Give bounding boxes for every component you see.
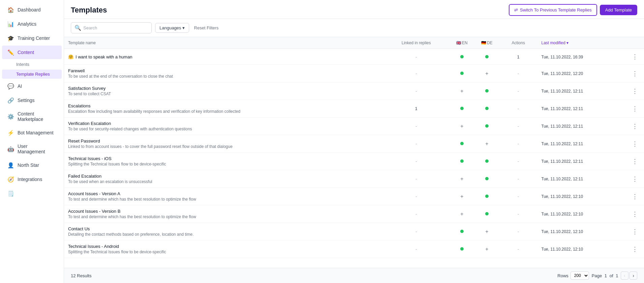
timestamp: Tue, 11.10.2022, 12:11	[541, 124, 583, 129]
de-plus[interactable]: +	[485, 229, 488, 234]
de-dot	[485, 55, 489, 58]
col-actions: Actions	[499, 37, 537, 49]
languages-button[interactable]: Languages ▾	[155, 23, 189, 33]
search-input[interactable]	[83, 25, 148, 30]
de-plus[interactable]: +	[485, 246, 488, 252]
linked-dash: -	[415, 229, 417, 234]
template-desc: To be used when an escalation is unsucce…	[68, 179, 379, 184]
page-of-label: of	[610, 273, 613, 278]
more-cell: ⋮	[626, 153, 644, 170]
timestamp-cell: Tue, 11.10.2022, 12:10	[537, 188, 626, 205]
table-header-row: Template name Linked in replies 🇬🇧 EN �	[64, 37, 644, 49]
template-desc: Linked to from account issues - to cover…	[68, 144, 379, 149]
en-cell: +	[449, 118, 474, 135]
actions-dash: -	[518, 124, 519, 129]
de-dot	[485, 107, 489, 110]
more-button[interactable]: ⋮	[630, 52, 640, 61]
en-plus[interactable]: +	[460, 194, 463, 199]
template-name-cell: EscalationsEscalation flow including tea…	[64, 100, 383, 118]
de-cell	[474, 205, 499, 223]
linked-dash: -	[415, 124, 417, 129]
en-plus[interactable]: +	[460, 123, 463, 129]
switch-template-button[interactable]: ⇄ Switch To Previous Template Replies	[509, 4, 597, 16]
en-plus[interactable]: +	[460, 88, 463, 94]
linked-cell: 1	[383, 100, 449, 118]
sidebar-item-content-marketplace[interactable]: ⚡ Bot Management	[2, 126, 62, 139]
more-button[interactable]: ⋮	[630, 104, 640, 113]
de-plus[interactable]: +	[485, 141, 488, 147]
results-count: 12 Results	[71, 273, 91, 278]
actions-cell: -	[499, 100, 537, 118]
next-page-button[interactable]: ›	[630, 272, 637, 280]
table-row: Reset PasswordLinked to from account iss…	[64, 135, 644, 153]
sidebar-item-user-management[interactable]: 👤 North Star	[2, 158, 62, 172]
more-button[interactable]: ⋮	[630, 210, 640, 218]
actions-dash: -	[518, 88, 519, 94]
switch-button-label: Switch To Previous Template Replies	[520, 7, 592, 12]
sidebar-item-training-center[interactable]: 🎓 Training Center	[2, 31, 62, 45]
actions-cell: -	[499, 65, 537, 82]
en-cell: +	[449, 188, 474, 205]
actions-cell: -	[499, 188, 537, 205]
more-button[interactable]: ⋮	[630, 175, 640, 183]
linked-dash: -	[415, 247, 417, 252]
linked-dash: -	[415, 159, 417, 164]
row-emoji: 🤗	[68, 54, 74, 59]
sidebar-sub-item-intents[interactable]: Intents	[2, 60, 62, 69]
prev-page-button[interactable]: ‹	[621, 272, 628, 280]
reset-filters-button[interactable]: Reset Filters	[193, 23, 220, 32]
more-button[interactable]: ⋮	[630, 192, 640, 201]
page-header: Templates ⇄ Switch To Previous Template …	[64, 0, 644, 19]
timestamp: Tue, 11.10.2022, 16:39	[541, 55, 583, 59]
more-button[interactable]: ⋮	[630, 87, 640, 96]
sidebar-sub-item-template-replies[interactable]: Template Replies	[2, 70, 62, 79]
more-cell: ⋮	[626, 223, 644, 240]
de-dot	[485, 212, 489, 215]
template-name: Technical Issues - Android	[68, 244, 119, 249]
sidebar-item-integrations[interactable]: 🗒️	[2, 187, 62, 200]
more-cell: ⋮	[626, 170, 644, 188]
more-button[interactable]: ⋮	[630, 227, 640, 236]
template-desc: Escalation flow including team availabil…	[68, 109, 379, 114]
linked-dash: -	[415, 194, 417, 199]
linked-dash: -	[415, 141, 417, 146]
actions-dash: -	[518, 211, 519, 216]
en-plus[interactable]: +	[460, 176, 463, 182]
sidebar-item-settings[interactable]: ⚙️ Content Marketplace	[2, 108, 62, 125]
de-cell	[474, 170, 499, 188]
template-name: Account Issues - Version B	[68, 209, 120, 214]
switch-icon: ⇄	[514, 7, 518, 12]
actions-cell: 1	[499, 49, 537, 65]
more-button[interactable]: ⋮	[630, 69, 640, 78]
templates-table-container: Template name Linked in replies 🇬🇧 EN �	[64, 37, 644, 268]
linked-cell: -	[383, 65, 449, 82]
sidebar-item-north-star[interactable]: 🧭 Integrations	[2, 173, 62, 186]
more-button[interactable]: ⋮	[630, 157, 640, 166]
add-template-button[interactable]: Add Template	[600, 5, 637, 15]
more-button[interactable]: ⋮	[630, 122, 640, 131]
sidebar-item-bot-management[interactable]: 🤖 User Management	[2, 140, 62, 158]
sidebar-item-conversation-logs[interactable]: 💬 AI	[2, 79, 62, 93]
template-desc: To send to collect CSAT	[68, 92, 379, 96]
rows-per-page-select[interactable]: 200 50 100	[570, 272, 589, 280]
sidebar-item-dashboard[interactable]: 🏠 Dashboard	[2, 3, 62, 17]
sidebar-item-ai[interactable]: 🔗 Settings	[2, 94, 62, 107]
timestamp-cell: Tue, 11.10.2022, 12:10	[537, 205, 626, 223]
sidebar-item-analytics[interactable]: 📊 Analytics	[2, 17, 62, 31]
actions-dash: -	[518, 159, 519, 164]
ai-icon: 🔗	[7, 97, 14, 104]
search-icon: 🔍	[75, 25, 81, 31]
de-cell	[474, 118, 499, 135]
template-name: Reset Password	[68, 138, 100, 144]
timestamp: Tue, 11.10.2022, 12:11	[541, 106, 583, 111]
more-button[interactable]: ⋮	[630, 139, 640, 148]
sidebar-item-label: Dashboard	[18, 7, 41, 12]
sidebar-item-label: User Management	[18, 144, 56, 154]
more-button[interactable]: ⋮	[630, 245, 640, 254]
linked-cell: -	[383, 153, 449, 170]
template-name: Escalations	[68, 103, 90, 108]
timestamp: Tue, 11.10.2022, 12:10	[541, 212, 583, 216]
de-plus[interactable]: +	[485, 71, 488, 76]
sidebar-item-content[interactable]: ✏️ Content	[2, 46, 62, 59]
en-plus[interactable]: +	[460, 211, 463, 217]
